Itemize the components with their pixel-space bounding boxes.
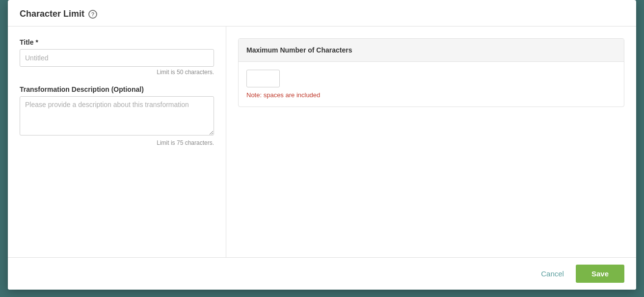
description-label: Transformation Description (Optional) bbox=[20, 85, 214, 93]
modal-body: Title * Limit is 50 characters. Transfor… bbox=[8, 27, 636, 257]
title-label: Title * bbox=[20, 38, 214, 46]
right-panel: Maximum Number of Characters Note: space… bbox=[226, 27, 636, 257]
left-panel: Title * Limit is 50 characters. Transfor… bbox=[8, 27, 226, 257]
modal-overlay: Character Limit ? Title * Limit is 50 ch… bbox=[0, 0, 644, 297]
max-chars-card: Maximum Number of Characters Note: space… bbox=[238, 38, 624, 107]
max-chars-body: Note: spaces are included bbox=[239, 62, 624, 107]
modal-footer: Cancel Save bbox=[8, 257, 636, 290]
note-text: Note: spaces are included bbox=[246, 91, 616, 99]
modal-dialog: Character Limit ? Title * Limit is 50 ch… bbox=[8, 0, 636, 290]
title-input[interactable] bbox=[20, 49, 214, 67]
help-icon[interactable]: ? bbox=[88, 10, 97, 19]
description-textarea[interactable] bbox=[20, 96, 214, 135]
save-button[interactable]: Save bbox=[576, 265, 624, 283]
description-field-group: Transformation Description (Optional) Li… bbox=[20, 85, 214, 146]
title-hint: Limit is 50 characters. bbox=[20, 69, 214, 76]
max-chars-header: Maximum Number of Characters bbox=[239, 39, 624, 62]
modal-header: Character Limit ? bbox=[8, 0, 636, 27]
title-field-group: Title * Limit is 50 characters. bbox=[20, 38, 214, 76]
max-chars-title: Maximum Number of Characters bbox=[246, 46, 352, 54]
max-chars-input[interactable] bbox=[246, 70, 280, 87]
modal-title: Character Limit bbox=[20, 9, 84, 19]
description-hint: Limit is 75 characters. bbox=[20, 139, 214, 146]
cancel-button[interactable]: Cancel bbox=[535, 266, 570, 282]
